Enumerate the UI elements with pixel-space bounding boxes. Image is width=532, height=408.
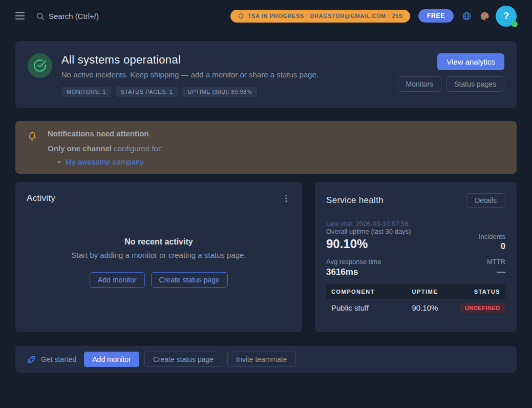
component-name-cell: Public stuff (326, 303, 407, 312)
uptime-incidents-row: Overall uptime (last 30 days) 90.10% Inc… (326, 228, 505, 251)
add-monitor-button[interactable]: Add monitor (90, 272, 144, 288)
language-globe-button[interactable] (462, 11, 472, 21)
company-link[interactable]: My awesome company (65, 157, 143, 166)
empty-state-title: No recent activity (27, 237, 291, 247)
search-placeholder: Search (Ctrl+/) (49, 12, 99, 21)
activity-menu-button[interactable] (282, 193, 291, 203)
get-started-label: Get started (41, 355, 76, 363)
gs-create-status-page-button[interactable]: Create status page (144, 352, 222, 367)
uptime-column-header: UPTIME (407, 289, 456, 295)
monitors-count-badge: MONITORS: 1 (61, 87, 111, 97)
mttr-label: MTTR (487, 258, 505, 266)
shield-icon (238, 13, 244, 19)
notification-message-rest: configured for: (112, 144, 163, 153)
uptime-30d-badge: UPTIME (30D): 89.93% (182, 87, 257, 97)
avg-response-label: Avg response time (326, 258, 381, 266)
status-badge: UNDEFINED (460, 303, 505, 313)
status-pages-button[interactable]: Status pages (446, 76, 504, 92)
get-started-bar: Get started Add monitor Create status pa… (15, 346, 517, 373)
uptime-value: 90.10% (326, 237, 411, 251)
kebab-menu-icon (283, 194, 290, 202)
response-mttr-row: Avg response time 3616ms MTTR — (326, 258, 505, 277)
cards-row: Activity No recent activity Start by add… (15, 182, 517, 332)
theme-palette-button[interactable] (480, 11, 490, 21)
hero-text-block: All systems operational No active incide… (61, 53, 398, 96)
incidents-label: Incidents (479, 233, 505, 240)
notification-title: Notifications need attention (48, 129, 163, 138)
activity-empty-state: No recent activity Start by adding a mon… (27, 237, 291, 288)
monitors-button[interactable]: Monitors (398, 76, 442, 92)
hamburger-menu-icon[interactable] (15, 12, 25, 19)
main-content: All systems operational No active incide… (0, 41, 532, 373)
last-visit-text: Last visit: 2026-03-10 07:56 (326, 220, 505, 228)
details-button[interactable]: Details (466, 193, 505, 208)
dashboard-page: Search (Ctrl+/) TSA IN PROGRESS · DRAGST… (0, 0, 532, 408)
mttr-metric: MTTR — (487, 258, 505, 277)
table-header-row: COMPONENT UPTIME STATUS (326, 284, 505, 299)
create-status-page-button[interactable]: Create status page (151, 272, 228, 288)
mttr-value: — (487, 267, 505, 277)
overall-uptime-metric: Overall uptime (last 30 days) 90.10% (326, 228, 411, 251)
component-column-header: COMPONENT (326, 289, 407, 295)
bell-icon (27, 130, 38, 142)
incidents-value: 0 (479, 242, 505, 251)
gs-invite-teammate-button[interactable]: Invite teammate (227, 352, 296, 367)
component-uptime-cell: 90.10% (407, 303, 456, 312)
activity-card: Activity No recent activity Start by add… (15, 182, 302, 332)
help-avatar-button[interactable]: ? (496, 6, 517, 27)
uptime-label: Overall uptime (last 30 days) (326, 228, 411, 235)
online-status-dot (512, 21, 518, 27)
globe-icon (462, 11, 472, 21)
topbar-right: TSA IN PROGRESS · DRAGSTOR@GMAIL.COM · 2… (230, 6, 517, 27)
activity-title: Activity (27, 193, 55, 203)
notification-body: Notifications need attention Only one ch… (48, 129, 163, 166)
hero-badges: MONITORS: 1 STATUS PAGES: 1 UPTIME (30D)… (61, 87, 398, 97)
avatar-label: ? (503, 10, 509, 22)
notification-message: Only one channel configured for: (48, 144, 163, 153)
hero-title: All systems operational (61, 53, 398, 67)
search-icon (36, 12, 45, 21)
components-table: COMPONENT UPTIME STATUS Public stuff 90.… (326, 284, 505, 317)
notification-list: •My awesome company (48, 157, 163, 166)
service-health-card: Service health Details Last visit: 2026-… (315, 182, 517, 332)
hero-actions: View analytics Monitors Status pages (398, 53, 504, 96)
status-column-header: STATUS (455, 289, 505, 295)
search-input[interactable]: Search (Ctrl+/) (36, 12, 99, 21)
trial-status-text: TSA IN PROGRESS · DRAGSTOR@GMAIL.COM · 2… (248, 13, 403, 19)
palette-icon (480, 11, 490, 21)
notifications-banner: Notifications need attention Only one ch… (15, 121, 517, 174)
empty-state-subtitle: Start by adding a monitor or creating a … (27, 251, 291, 259)
system-status-card: All systems operational No active incide… (15, 41, 517, 108)
avg-response-value: 3616ms (326, 267, 381, 277)
service-health-title: Service health (326, 195, 384, 206)
notification-message-bold: Only one channel (48, 144, 112, 153)
rocket-icon (27, 355, 36, 364)
view-analytics-button[interactable]: View analytics (437, 53, 504, 70)
status-pages-count-badge: STATUS PAGES: 1 (116, 87, 178, 97)
table-row[interactable]: Public stuff 90.10% UNDEFINED (326, 299, 505, 317)
operational-check-icon (28, 53, 52, 78)
plan-free-button[interactable]: FREE (418, 9, 454, 23)
top-bar: Search (Ctrl+/) TSA IN PROGRESS · DRAGST… (0, 0, 532, 32)
trial-status-pill[interactable]: TSA IN PROGRESS · DRAGSTOR@GMAIL.COM · 2… (230, 10, 410, 23)
hero-subtitle: No active incidents. Keep shipping — add… (61, 70, 398, 79)
gs-add-monitor-button[interactable]: Add monitor (84, 352, 139, 367)
incidents-metric: Incidents 0 (479, 233, 505, 251)
list-bullet: • (58, 157, 60, 166)
avg-response-metric: Avg response time 3616ms (326, 258, 381, 277)
